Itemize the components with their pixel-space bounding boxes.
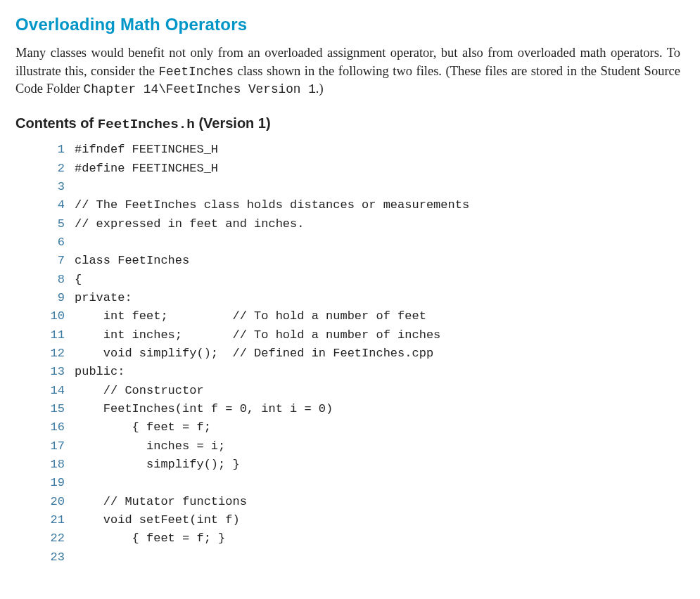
section-title: Overloading Math Operators — [15, 13, 680, 36]
code-line: 6 — [41, 233, 680, 252]
contents-suffix: (Version 1) — [195, 115, 271, 131]
code-text: private: — [75, 289, 132, 307]
code-text: simplify(); } — [75, 456, 240, 474]
line-number: 6 — [41, 233, 75, 252]
code-line: 9private: — [41, 289, 680, 307]
code-line: 16 { feet = f; — [41, 418, 680, 437]
line-number: 14 — [41, 382, 75, 400]
code-text: // Constructor — [75, 382, 204, 400]
line-number: 8 — [41, 271, 75, 289]
code-line: 8{ — [41, 271, 680, 289]
line-number: 16 — [41, 418, 75, 437]
code-text: { feet = f; — [75, 418, 211, 437]
code-line: 7class FeetInches — [41, 252, 680, 270]
line-number: 20 — [41, 493, 75, 511]
contents-filename: FeetInches.h — [98, 117, 195, 132]
code-text: int inches; // To hold a number of inche… — [75, 326, 440, 344]
line-number: 11 — [41, 326, 75, 344]
code-line: 18 simplify(); } — [41, 456, 680, 474]
code-line: 14 // Constructor — [41, 382, 680, 400]
code-line: 1#ifndef FEETINCHES_H — [41, 141, 680, 159]
code-text: // Mutator functions — [75, 493, 247, 511]
line-number: 17 — [41, 437, 75, 456]
code-text: int feet; // To hold a number of feet — [75, 307, 426, 326]
code-line: 13public: — [41, 363, 680, 381]
code-line: 23 — [41, 548, 680, 567]
code-text: public: — [75, 363, 125, 381]
line-number: 22 — [41, 529, 75, 548]
code-line: 17 inches = i; — [41, 437, 680, 456]
line-number: 1 — [41, 141, 75, 159]
code-text: // expressed in feet and inches. — [75, 215, 304, 233]
code-text: inches = i; — [75, 437, 225, 456]
code-line: 2#define FEETINCHES_H — [41, 160, 680, 178]
code-text: { — [75, 271, 82, 289]
line-number: 4 — [41, 196, 75, 214]
code-line: 11 int inches; // To hold a number of in… — [41, 326, 680, 344]
line-number: 19 — [41, 474, 75, 492]
code-text: class FeetInches — [75, 252, 189, 270]
code-line: 3 — [41, 178, 680, 196]
line-number: 5 — [41, 215, 75, 233]
code-text: void simplify(); // Defined in FeetInche… — [75, 344, 433, 363]
line-number: 12 — [41, 344, 75, 363]
code-line: 12 void simplify(); // Defined in FeetIn… — [41, 344, 680, 363]
inline-code-feetinches: FeetInches — [158, 65, 234, 79]
code-line: 10 int feet; // To hold a number of feet — [41, 307, 680, 326]
code-line: 4// The FeetInches class holds distances… — [41, 196, 680, 214]
line-number: 23 — [41, 548, 75, 567]
code-text: // The FeetInches class holds distances … — [75, 196, 469, 214]
line-number: 9 — [41, 289, 75, 307]
code-text: #define FEETINCHES_H — [75, 160, 218, 178]
para-text: .) — [316, 82, 324, 96]
line-number: 21 — [41, 511, 75, 529]
line-number: 3 — [41, 178, 75, 196]
inline-code-path: Chapter 14\FeetInches Version 1 — [84, 82, 316, 96]
code-text: void setFeet(int f) — [75, 511, 240, 529]
code-line: 5// expressed in feet and inches. — [41, 215, 680, 233]
contents-prefix: Contents of — [15, 115, 98, 131]
line-number: 7 — [41, 252, 75, 270]
code-listing: 1#ifndef FEETINCHES_H2#define FEETINCHES… — [41, 141, 680, 567]
intro-paragraph: Many classes would benefit not only from… — [15, 44, 680, 98]
contents-heading: Contents of FeetInches.h (Version 1) — [15, 114, 680, 134]
code-line: 22 { feet = f; } — [41, 529, 680, 548]
code-line: 21 void setFeet(int f) — [41, 511, 680, 529]
code-line: 15 FeetInches(int f = 0, int i = 0) — [41, 400, 680, 418]
code-text: #ifndef FEETINCHES_H — [75, 141, 218, 159]
code-text: FeetInches(int f = 0, int i = 0) — [75, 400, 333, 418]
line-number: 2 — [41, 160, 75, 178]
line-number: 18 — [41, 456, 75, 474]
code-line: 20 // Mutator functions — [41, 493, 680, 511]
line-number: 13 — [41, 363, 75, 381]
code-text: { feet = f; } — [75, 529, 225, 548]
line-number: 10 — [41, 307, 75, 326]
line-number: 15 — [41, 400, 75, 418]
code-line: 19 — [41, 474, 680, 492]
